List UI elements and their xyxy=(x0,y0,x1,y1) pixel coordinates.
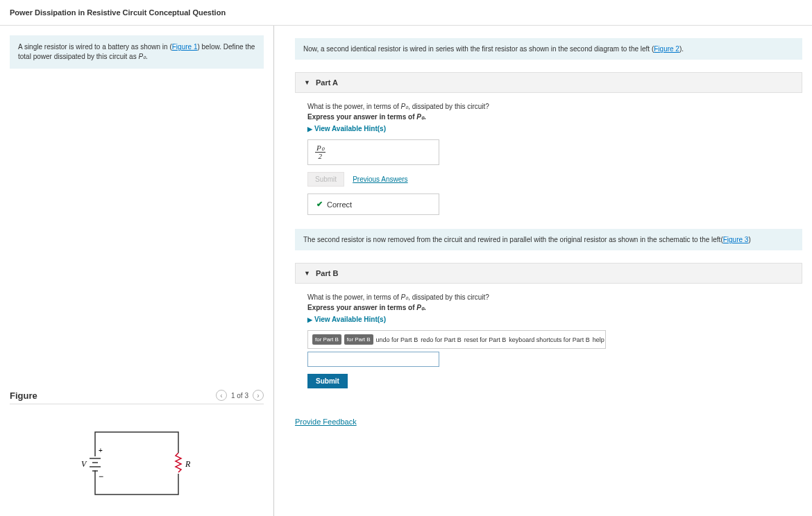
part-b-header[interactable]: ▼ Part B xyxy=(295,263,802,284)
context-a-post: ). xyxy=(679,45,684,53)
figure-page-indicator: 1 of 3 xyxy=(231,392,248,399)
svg-rect-0 xyxy=(95,432,178,495)
pb-hints-label: View Available Hint(s) xyxy=(314,316,386,323)
equation-toolbar: for Part B for Part B undo for Part B re… xyxy=(307,330,606,349)
intro-text-pre: A single resistor is wired to a battery … xyxy=(18,43,172,51)
part-b-body: What is the power, in terms of P₀, dissi… xyxy=(295,293,802,402)
toolbar-btn-2[interactable]: for Part B xyxy=(344,334,373,345)
left-panel: A single resistor is wired to a battery … xyxy=(0,26,274,516)
pb-q2-pre: Express your answer in terms of xyxy=(307,304,416,311)
pb-q2-var: P₀ xyxy=(416,304,424,311)
part-a-label: Part A xyxy=(316,78,338,87)
figure-pager: ‹ 1 of 3 › xyxy=(216,390,264,401)
part-a-submit-button: Submit xyxy=(307,172,344,187)
pa-q2-pre: Express your answer in terms of xyxy=(307,113,416,121)
part-b-label: Part B xyxy=(316,269,338,277)
context-a: Now, a second identical resistor is wire… xyxy=(295,38,802,60)
toolbar-undo[interactable]: undo for Part B xyxy=(376,336,418,343)
triangle-right-icon: ▶ xyxy=(307,126,312,132)
caret-down-icon: ▼ xyxy=(304,79,310,86)
page-title: Power Dissipation in Resistive Circuit C… xyxy=(0,0,812,26)
context-a-pre: Now, a second identical resistor is wire… xyxy=(303,45,654,53)
circuit-figure: V + − R xyxy=(10,418,264,508)
figure2-link[interactable]: Figure 2 xyxy=(654,45,679,53)
pb-q2-post: . xyxy=(424,304,426,311)
toolbar-keyboard[interactable]: keyboard shortcuts for Part B xyxy=(509,336,590,343)
part-b-answer-input[interactable] xyxy=(307,352,439,367)
caret-down-icon: ▼ xyxy=(304,270,310,277)
pa-q1-var: P₀ xyxy=(401,103,409,110)
pb-q1-pre: What is the power, in terms of xyxy=(307,293,401,301)
toolbar-redo[interactable]: redo for Part B xyxy=(421,336,462,343)
pa-ans-bot: 2 xyxy=(315,153,325,160)
figure-next-button[interactable]: › xyxy=(253,390,264,401)
pa-q2-var: P₀ xyxy=(416,113,424,121)
provide-feedback-link[interactable]: Provide Feedback xyxy=(295,418,357,426)
part-a-previous-answers[interactable]: Previous Answers xyxy=(353,175,407,183)
toolbar-help[interactable]: help for Part B xyxy=(593,336,606,343)
triangle-right-icon: ▶ xyxy=(307,316,312,323)
battery-label: V xyxy=(81,459,87,469)
figure-area: Figure ‹ 1 of 3 › V + xyxy=(10,390,264,508)
pa-q1-post: , dissipated by this circuit? xyxy=(408,103,489,110)
part-b-submit-button[interactable]: Submit xyxy=(307,374,348,388)
resistor-label: R xyxy=(185,459,191,469)
context-b-post: ) xyxy=(748,236,750,243)
pa-hints-label: View Available Hint(s) xyxy=(314,125,386,132)
intro-var: P₀ xyxy=(138,53,146,60)
pa-q2-post: . xyxy=(424,113,426,121)
figure-prev-button[interactable]: ‹ xyxy=(216,390,227,401)
part-a-hints[interactable]: ▶View Available Hint(s) xyxy=(307,125,798,132)
plus-label: + xyxy=(99,447,103,454)
pa-q1-pre: What is the power, in terms of xyxy=(307,103,401,110)
pb-q1-var: P₀ xyxy=(401,293,409,301)
check-icon: ✔ xyxy=(316,200,323,209)
toolbar-btn-1[interactable]: for Part B xyxy=(312,334,341,345)
intro-end: . xyxy=(146,53,148,60)
figure1-link[interactable]: Figure 1 xyxy=(172,43,198,51)
part-a-answer-display: P₀2 xyxy=(307,139,439,165)
context-b-pre: The second resistor is now removed from … xyxy=(303,236,723,243)
minus-label: − xyxy=(99,472,103,481)
part-a-correct-badge: ✔ Correct xyxy=(307,194,439,215)
part-a-body: What is the power, in terms of P₀, dissi… xyxy=(295,103,802,229)
part-b-hints[interactable]: ▶View Available Hint(s) xyxy=(307,316,798,323)
toolbar-reset[interactable]: reset for Part B xyxy=(464,336,507,343)
figure-heading: Figure xyxy=(10,390,37,401)
figure3-link[interactable]: Figure 3 xyxy=(723,236,749,243)
correct-label: Correct xyxy=(327,200,352,209)
part-a-header[interactable]: ▼ Part A xyxy=(295,72,802,93)
right-panel: Now, a second identical resistor is wire… xyxy=(274,26,812,516)
pb-q1-post: , dissipated by this circuit? xyxy=(408,293,489,301)
problem-intro: A single resistor is wired to a battery … xyxy=(10,35,264,69)
context-b: The second resistor is now removed from … xyxy=(295,229,802,250)
